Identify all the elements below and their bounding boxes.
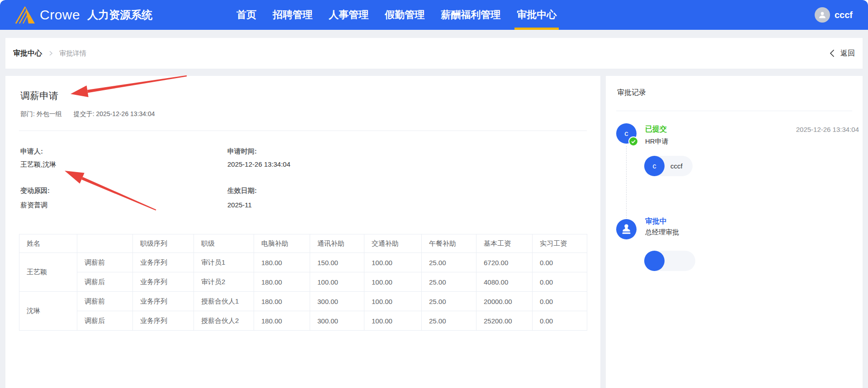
- main-nav: 首页招聘管理人事管理假勤管理薪酬福利管理审批中心: [236, 0, 557, 30]
- table-cell: 调薪后: [77, 272, 133, 292]
- table-cell: 0.00: [533, 292, 587, 311]
- employee-name-cell: 沈琳: [19, 292, 77, 331]
- timeline-connector: [626, 146, 627, 218]
- breadcrumb-separator-icon: [47, 50, 54, 56]
- table-cell: 4080.00: [476, 272, 533, 292]
- table-cell: 100.00: [310, 272, 364, 292]
- table-header-row: 姓名职级序列职级电脑补助通讯补助交通补助午餐补助基本工资实习工资: [19, 234, 587, 253]
- step-avatar: [616, 219, 637, 239]
- table-header-cell: 交通补助: [364, 234, 422, 253]
- user-menu[interactable]: cccf: [815, 7, 853, 23]
- table-cell: 业务序列: [133, 311, 194, 331]
- avatar-letter: c: [624, 129, 628, 138]
- field-label-effective-date: 生效日期:: [227, 187, 257, 195]
- field-label-change-reason: 变动原因:: [20, 187, 50, 195]
- step-status-submitted: 已提交: [645, 125, 667, 134]
- table-cell: 100.00: [364, 292, 422, 311]
- field-value-applicant: 王艺颖,沈琳: [20, 160, 56, 169]
- step-timestamp: 2025-12-26 13:34:04: [796, 126, 859, 133]
- nav-item[interactable]: 薪酬福利管理: [441, 0, 500, 30]
- table-cell: 审计员1: [194, 253, 254, 272]
- approval-detail-card: 调薪申请 部门: 外包一组 提交于: 2025-12-26 13:34:04 申…: [5, 76, 600, 388]
- approval-record-title: 审批记录: [617, 88, 646, 98]
- table-cell: 25.00: [422, 292, 476, 311]
- salary-table: 姓名职级序列职级电脑补助通讯补助交通补助午餐补助基本工资实习工资 王艺颖调薪前业…: [19, 234, 587, 331]
- department: 部门: 外包一组: [20, 110, 62, 118]
- divider: [616, 111, 852, 111]
- table-cell: 25.00: [422, 253, 476, 272]
- person-icon: [817, 10, 827, 20]
- table-cell: 0.00: [533, 253, 587, 272]
- assignee-name: cccf: [670, 162, 683, 170]
- table-cell: 业务序列: [133, 292, 194, 311]
- table-cell: 20000.00: [476, 292, 533, 311]
- table-cell: 180.00: [254, 311, 310, 331]
- page: Crowe 人力资源系统 首页招聘管理人事管理假勤管理薪酬福利管理审批中心 cc…: [0, 0, 868, 388]
- table-header-cell: 基本工资: [476, 234, 533, 253]
- username: cccf: [835, 10, 853, 20]
- table-cell: 25.00: [422, 311, 476, 331]
- table-cell: 调薪后: [77, 311, 133, 331]
- table-row: 调薪后业务序列授薪合伙人2180.00300.00100.0025.002520…: [19, 311, 587, 331]
- table-cell: 25200.00: [476, 311, 533, 331]
- nav-item[interactable]: 审批中心: [517, 0, 557, 30]
- field-value-effective-date: 2025-11: [227, 201, 252, 209]
- step-node-name: 总经理审批: [645, 228, 679, 237]
- brand[interactable]: Crowe 人力资源系统: [14, 6, 152, 24]
- pending-avatar: [644, 251, 665, 271]
- table-header-cell: 电脑补助: [254, 234, 310, 253]
- table-cell: 业务序列: [133, 272, 194, 292]
- table-cell: 业务序列: [133, 253, 194, 272]
- step-status-inprogress: 审批中: [645, 217, 667, 226]
- nav-item[interactable]: 招聘管理: [273, 0, 312, 30]
- field-value-change-reason: 薪资普调: [20, 201, 47, 210]
- assignee-avatar: c: [644, 156, 665, 176]
- request-title: 调薪申请: [20, 89, 58, 102]
- submitted-at: 提交于: 2025-12-26 13:34:04: [74, 110, 155, 118]
- table-row: 王艺颖调薪前业务序列审计员1180.00150.00100.0025.00672…: [19, 253, 587, 272]
- table-cell: 25.00: [422, 272, 476, 292]
- table-cell: 授薪合伙人1: [194, 292, 254, 311]
- chevron-left-icon: [828, 49, 837, 58]
- nav-item[interactable]: 首页: [236, 0, 256, 30]
- breadcrumb-bar: 审批中心 审批详情 返回: [5, 38, 863, 69]
- table-header-cell: 实习工资: [533, 234, 587, 253]
- step-node-name: HR申请: [645, 137, 669, 146]
- system-title: 人力资源系统: [87, 8, 152, 22]
- table-cell: 180.00: [254, 272, 310, 292]
- table-header-cell: 职级: [194, 234, 254, 253]
- table-header-cell: 午餐补助: [422, 234, 476, 253]
- table-cell: 100.00: [364, 311, 422, 331]
- avatar-letter: c: [653, 162, 656, 170]
- table-cell: 100.00: [364, 253, 422, 272]
- table-header-cell: 姓名: [19, 234, 77, 253]
- table-header-cell: 职级序列: [133, 234, 194, 253]
- top-navbar: Crowe 人力资源系统 首页招聘管理人事管理假勤管理薪酬福利管理审批中心 cc…: [0, 0, 868, 30]
- user-avatar[interactable]: [815, 7, 830, 23]
- brand-name: Crowe: [40, 7, 80, 23]
- field-label-apply-time: 申请时间:: [227, 147, 257, 156]
- table-cell: 300.00: [310, 292, 364, 311]
- table-row: 沈琳调薪前业务序列授薪合伙人1180.00300.00100.0025.0020…: [19, 292, 587, 311]
- table-cell: 300.00: [310, 311, 364, 331]
- back-button[interactable]: 返回: [828, 49, 855, 58]
- check-badge-icon: [628, 136, 638, 146]
- table-cell: 180.00: [254, 292, 310, 311]
- field-label-applicant: 申请人:: [20, 147, 43, 156]
- nav-item[interactable]: 人事管理: [329, 0, 368, 30]
- stamp-icon: [619, 222, 633, 236]
- pending-assignee-chip: [644, 251, 695, 271]
- request-meta: 部门: 外包一组 提交于: 2025-12-26 13:34:04: [20, 110, 155, 118]
- crowe-logo-icon: [14, 6, 35, 24]
- table-cell: 授薪合伙人2: [194, 311, 254, 331]
- table-cell: 调薪前: [77, 253, 133, 272]
- nav-item[interactable]: 假勤管理: [385, 0, 425, 30]
- table-cell: 0.00: [533, 311, 587, 331]
- employee-name-cell: 王艺颖: [19, 253, 77, 292]
- breadcrumb-root[interactable]: 审批中心: [13, 49, 42, 58]
- divider: [19, 131, 587, 131]
- approval-record-card: 审批记录 c 已提交 HR申请 2025-12-26 13:34:04 c cc…: [606, 76, 863, 388]
- field-value-apply-time: 2025-12-26 13:34:04: [227, 160, 290, 168]
- table-cell: 调薪前: [77, 292, 133, 311]
- table-cell: 180.00: [254, 253, 310, 272]
